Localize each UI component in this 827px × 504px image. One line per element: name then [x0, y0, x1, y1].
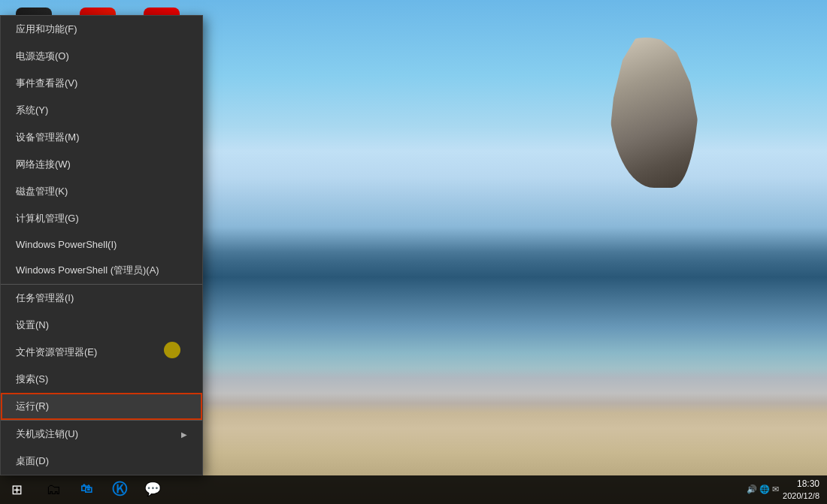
menu-item-device-mgr[interactable]: 设备管理器(M)	[1, 124, 202, 151]
clock-date: 2020/12/8	[783, 490, 819, 501]
start-button[interactable]: ⊞	[0, 475, 34, 504]
menu-item-network[interactable]: 网络连接(W)	[1, 151, 202, 178]
taskbar-wechat[interactable]: 💬	[137, 475, 168, 504]
menu-item-shutdown[interactable]: 关机或注销(U) ▶	[1, 420, 202, 448]
menu-item-run[interactable]: 运行(R)	[1, 393, 202, 420]
desktop: GF GeForce Experience Ai Adobe Illustrat…	[0, 0, 827, 504]
system-clock: 18:30 2020/12/8	[783, 478, 819, 501]
start-icon: ⊞	[11, 481, 23, 498]
menu-item-search[interactable]: 搜索(S)	[1, 366, 202, 393]
submenu-arrow-icon: ▶	[181, 430, 187, 439]
menu-item-task-mgr[interactable]: 任务管理器(I)	[1, 285, 202, 312]
menu-item-desktop[interactable]: 桌面(D)	[1, 448, 202, 475]
menu-item-file-explorer[interactable]: 文件资源管理器(E)	[1, 339, 202, 366]
menu-item-disk[interactable]: 磁盘管理(K)	[1, 178, 202, 205]
menu-item-system[interactable]: 系统(Y)	[1, 97, 202, 124]
clock-time: 18:30	[783, 478, 819, 490]
menu-item-powershell[interactable]: Windows PowerShell(I)	[1, 232, 202, 257]
taskbar-icons: 🔊 🌐 ✉	[747, 484, 779, 494]
context-menu: 应用和功能(F) 电源选项(O) 事件查看器(V) 系统(Y) 设备管理器(M)…	[0, 15, 203, 475]
menu-item-powershell-admin[interactable]: Windows PowerShell (管理员)(A)	[1, 257, 202, 285]
taskbar: ⊞ 🗂 🛍 Ⓚ 💬 🔊 🌐 ✉ 18:30 2020/12/8	[0, 475, 827, 504]
taskbar-items: 🗂 🛍 Ⓚ 💬	[34, 475, 747, 504]
taskbar-kkplayer[interactable]: Ⓚ	[104, 475, 135, 504]
menu-item-computer-mgr[interactable]: 计算机管理(G)	[1, 205, 202, 232]
taskbar-right-area: 🔊 🌐 ✉ 18:30 2020/12/8	[747, 478, 827, 501]
taskbar-file-explorer[interactable]: 🗂	[38, 475, 69, 504]
menu-item-event[interactable]: 事件查看器(V)	[1, 70, 202, 97]
taskbar-store[interactable]: 🛍	[71, 475, 102, 504]
menu-item-settings[interactable]: 设置(N)	[1, 312, 202, 339]
menu-item-apps[interactable]: 应用和功能(F)	[1, 16, 202, 43]
menu-item-power[interactable]: 电源选项(O)	[1, 43, 202, 70]
